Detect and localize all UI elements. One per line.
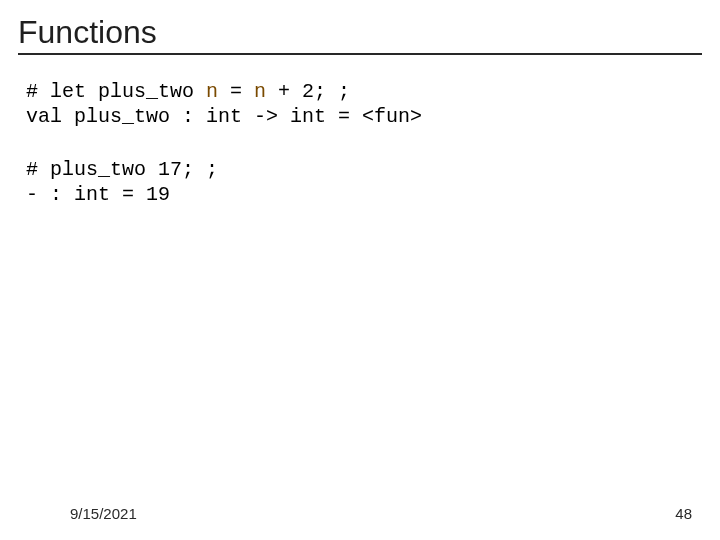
code-output-line: - : int = 19	[26, 183, 170, 206]
code-variable-n: n	[254, 80, 266, 103]
footer-date: 9/15/2021	[70, 505, 137, 522]
code-input-line: # plus_two 17; ;	[26, 158, 218, 181]
code-block-call: # plus_two 17; ; - : int = 19	[26, 157, 694, 207]
footer-page-number: 48	[675, 505, 692, 522]
code-text: + 2; ;	[266, 80, 350, 103]
code-output-line: val plus_two : int -> int = <fun>	[26, 105, 422, 128]
title-area: Functions	[0, 0, 720, 55]
code-text: # let plus_two	[26, 80, 206, 103]
slide-title: Functions	[18, 14, 702, 51]
slide-body: # let plus_two n = n + 2; ; val plus_two…	[0, 55, 720, 207]
code-text: =	[218, 80, 254, 103]
code-variable-n: n	[206, 80, 218, 103]
code-block-definition: # let plus_two n = n + 2; ; val plus_two…	[26, 79, 694, 129]
slide: Functions # let plus_two n = n + 2; ; va…	[0, 0, 720, 540]
